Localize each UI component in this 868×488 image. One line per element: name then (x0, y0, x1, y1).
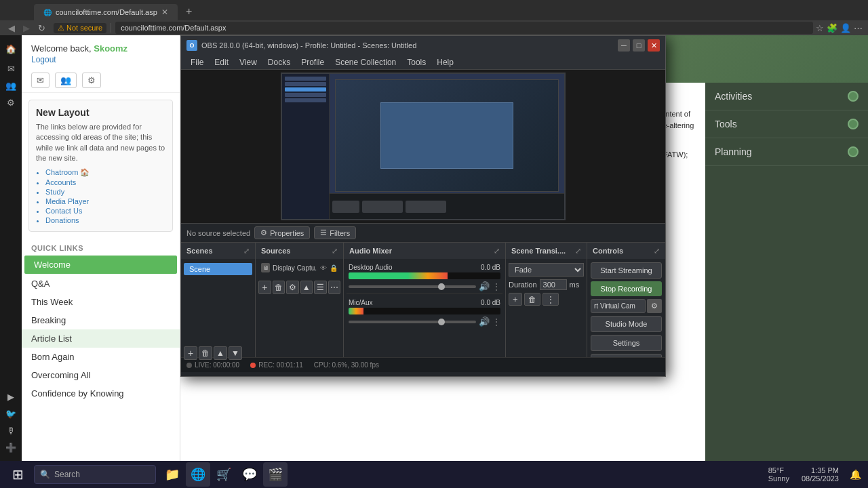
obs-maximize-button[interactable]: □ (633, 39, 645, 52)
obs-studio-mode-button[interactable]: Studio Mode (591, 316, 662, 332)
sidebar-icon-twitter[interactable]: 🐦 (5, 409, 16, 419)
community-icon-btn[interactable]: 👥 (55, 73, 77, 88)
obs-source-add[interactable]: + (258, 281, 271, 294)
extensions-button[interactable]: 🧩 (827, 23, 837, 33)
obs-transition-select[interactable]: Fade (509, 263, 584, 277)
obs-menu-tools[interactable]: Tools (401, 56, 431, 68)
obs-desktop-audio-slider-container[interactable] (349, 285, 476, 288)
obs-virtual-cam-settings[interactable]: ⚙ (647, 299, 662, 313)
address-bar[interactable] (115, 22, 813, 34)
link-media-player[interactable]: Media Player (45, 197, 165, 205)
sidebar-icon-users[interactable]: 👥 (5, 81, 16, 91)
obs-desktop-audio-settings[interactable]: ⋮ (492, 282, 500, 291)
obs-scene-up[interactable]: ▲ (214, 346, 227, 357)
link-study[interactable]: Study (45, 188, 165, 196)
logout-link[interactable]: Logout (31, 55, 170, 64)
obs-source-item[interactable]: 🖥 Display Captu... 👁 🔒 (258, 262, 340, 274)
obs-source-up[interactable]: ▲ (300, 281, 313, 294)
obs-source-more[interactable]: ⋯ (328, 281, 341, 294)
obs-menu-help[interactable]: Help (431, 56, 459, 68)
obs-transition-delete[interactable]: 🗑 (524, 293, 540, 306)
obs-scene-down[interactable]: ▼ (229, 346, 242, 357)
obs-menu-file[interactable]: File (185, 56, 209, 68)
forward-button[interactable]: ▶ (20, 23, 33, 33)
nav-item-confidence[interactable]: Confidence by Knowing (22, 384, 180, 403)
link-chatroom[interactable]: Chatroom 🏠 (45, 168, 165, 177)
nav-item-qa[interactable]: Q&A (22, 274, 180, 293)
obs-virtual-cam-button[interactable]: rt Virtual Cam (591, 299, 646, 313)
browser-tab[interactable]: 🌐 councilofttime.com/Default.aspx ✕ (34, 4, 178, 20)
sidebar-icon-mail[interactable]: ✉ (7, 64, 15, 74)
obs-source-delete[interactable]: 🗑 (273, 281, 285, 294)
obs-scenes-expand[interactable]: ⤢ (243, 247, 250, 256)
nav-item-article-list[interactable]: Article List (22, 329, 180, 348)
settings-icon-btn[interactable]: ⚙ (82, 73, 101, 88)
obs-audio-expand[interactable]: ⤢ (494, 247, 500, 256)
sidebar-icon-podcast[interactable]: 🎙 (7, 426, 16, 436)
tab-close-icon[interactable]: ✕ (161, 7, 168, 17)
obs-exit-button[interactable]: Exit (591, 354, 662, 357)
obs-menu-view[interactable]: View (234, 56, 262, 68)
obs-settings-button[interactable]: Settings (591, 335, 662, 351)
obs-menu-docks[interactable]: Docks (262, 56, 296, 68)
obs-menu-scene-collection[interactable]: Scene Collection (330, 56, 401, 68)
link-accounts[interactable]: Accounts (45, 178, 165, 186)
sidebar-icon-home[interactable]: 🏠 (3, 41, 19, 57)
obs-mic-knob[interactable] (438, 319, 445, 325)
obs-duration-input[interactable] (540, 279, 567, 290)
obs-menu-profile[interactable]: Profile (296, 56, 330, 68)
obs-desktop-audio-knob[interactable] (438, 283, 445, 290)
obs-mic-settings[interactable]: ⋮ (492, 317, 500, 327)
taskbar-icon-store[interactable]: 🛒 (212, 462, 236, 487)
nav-item-welcome[interactable]: Welcome (24, 256, 177, 274)
obs-transition-more[interactable]: ⋮ (542, 293, 559, 306)
taskbar-icon-edge[interactable]: 🌐 (186, 462, 210, 487)
nav-item-this-week[interactable]: This Week (22, 293, 180, 311)
obs-mic-slider[interactable] (349, 321, 476, 323)
obs-filters-button[interactable]: ☰ Filters (314, 226, 356, 239)
menu-button[interactable]: ⋯ (854, 23, 863, 33)
right-panel-tools[interactable]: Tools (705, 110, 868, 138)
obs-transitions-expand[interactable]: ⤢ (575, 247, 581, 256)
obs-source-settings[interactable]: ⚙ (286, 281, 299, 294)
taskbar-icon-obs[interactable]: 🎬 (263, 462, 288, 487)
nav-item-overcoming-all[interactable]: Overcoming All (22, 366, 180, 384)
profile-button[interactable]: 👤 (840, 23, 851, 33)
link-donations[interactable]: Donations (45, 216, 165, 224)
obs-minimize-button[interactable]: ─ (618, 39, 630, 52)
sidebar-icon-settings[interactable]: ⚙ (7, 98, 15, 108)
obs-source-eye-icon[interactable]: 👁 (320, 264, 327, 272)
notification-button[interactable]: 🔔 (846, 469, 865, 480)
start-button[interactable]: ⊞ (3, 461, 33, 488)
obs-sources-expand[interactable]: ⤢ (332, 247, 338, 256)
right-panel-planning[interactable]: Planning (705, 138, 868, 166)
obs-menu-edit[interactable]: Edit (209, 56, 234, 68)
new-tab-btn[interactable]: + (180, 3, 197, 20)
right-panel-activities[interactable]: Activities (705, 83, 868, 110)
obs-scene-item[interactable]: Scene (184, 263, 252, 275)
obs-source-lock-icon[interactable]: 🔒 (330, 264, 338, 272)
link-contact-us[interactable]: Contact Us (45, 207, 165, 215)
obs-source-group[interactable]: ☰ (314, 281, 327, 294)
obs-desktop-audio-mute[interactable]: 🔊 (479, 281, 490, 291)
obs-properties-button[interactable]: ⚙ Properties (254, 226, 310, 239)
obs-mic-mute[interactable]: 🔊 (479, 317, 490, 327)
taskbar-icon-explorer[interactable]: 📁 (160, 462, 184, 487)
refresh-button[interactable]: ↻ (35, 23, 48, 33)
obs-controls-expand[interactable]: ⤢ (654, 247, 660, 256)
obs-scene-add[interactable]: + (184, 346, 197, 357)
obs-close-button[interactable]: ✕ (648, 39, 660, 52)
sidebar-icon-plus[interactable]: ➕ (5, 443, 16, 453)
obs-scene-delete[interactable]: 🗑 (199, 346, 212, 357)
obs-start-streaming-button[interactable]: Start Streaming (591, 262, 662, 279)
mail-icon-btn[interactable]: ✉ (31, 73, 50, 88)
nav-item-breaking[interactable]: Breaking (22, 311, 180, 329)
obs-transition-add[interactable]: + (509, 293, 522, 306)
obs-stop-recording-button[interactable]: Stop Recording (591, 281, 662, 296)
back-button[interactable]: ◀ (5, 23, 18, 33)
nav-item-born-again[interactable]: Born Again (22, 348, 180, 366)
sidebar-icon-play[interactable]: ▶ (7, 392, 14, 402)
star-button[interactable]: ☆ (816, 23, 824, 33)
taskbar-search[interactable]: 🔍 Search (34, 465, 156, 484)
taskbar-icon-skype[interactable]: 💬 (237, 462, 262, 487)
